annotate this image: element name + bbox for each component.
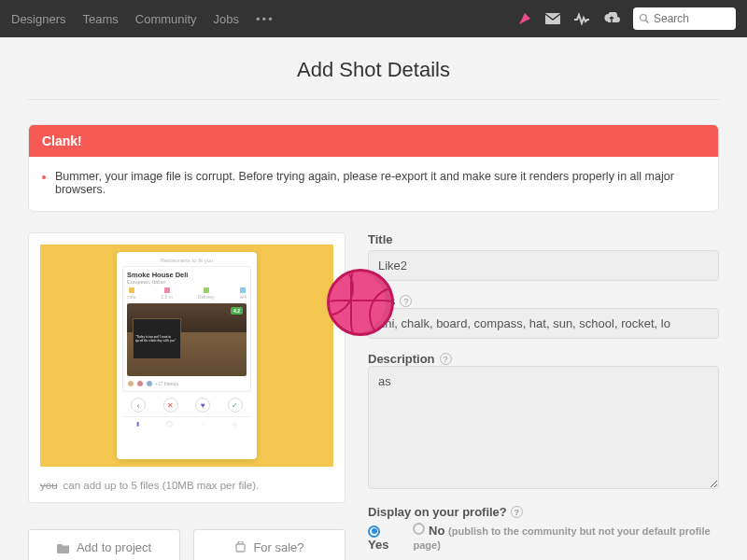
search-box[interactable]	[633, 7, 736, 30]
add-to-project-button[interactable]: Add to project	[28, 529, 180, 560]
svg-point-1	[641, 15, 647, 21]
display-no-radio[interactable]: No (publish to the community but not you…	[413, 523, 719, 552]
nav-designers[interactable]: Designers	[11, 12, 66, 26]
error-alert: Clank! Bummer, your image file is corrup…	[28, 124, 719, 212]
preview-image: Restaurants to fit you Smoke House Deli …	[40, 245, 333, 467]
alert-heading: Clank!	[29, 125, 718, 157]
mock-card-sub: European, Italian	[127, 279, 247, 285]
description-label: Description	[368, 352, 435, 366]
divider	[28, 99, 719, 100]
top-nav: Designers Teams Community Jobs •••	[0, 0, 747, 37]
title-label: Title	[368, 232, 719, 246]
profile-display-label: Display on your profile?	[368, 505, 507, 519]
page-title: Add Shot Details	[28, 37, 719, 99]
tags-input[interactable]	[368, 308, 719, 339]
nav-more[interactable]: •••	[256, 12, 275, 26]
search-input[interactable]	[654, 12, 730, 25]
search-icon	[639, 13, 650, 24]
upload-note: you can add up to 5 files (10MB max per …	[40, 480, 333, 491]
svg-line-2	[646, 21, 649, 23]
svg-rect-0	[545, 13, 560, 24]
nav-teams[interactable]: Teams	[83, 12, 119, 26]
activity-icon[interactable]	[573, 12, 590, 25]
svg-rect-3	[236, 544, 245, 552]
help-icon[interactable]: ?	[400, 295, 412, 307]
chalkboard: "Today is fun and I want to spend the wh…	[133, 318, 181, 359]
alert-message: Bummer, your image file is corrupt. Befo…	[55, 170, 701, 196]
folder-icon	[57, 542, 70, 553]
cart-icon	[234, 541, 247, 553]
dribbble-ball-icon	[327, 269, 394, 336]
rating-badge: 4.2	[231, 307, 243, 315]
for-sale-button[interactable]: For sale?	[193, 529, 345, 560]
help-icon[interactable]: ?	[511, 506, 523, 518]
brand-icon[interactable]	[517, 11, 532, 26]
mock-card-title: Smoke House Deli	[127, 271, 247, 279]
nav-jobs[interactable]: Jobs	[214, 12, 239, 26]
display-yes-radio[interactable]: Yes	[368, 523, 402, 552]
shot-preview[interactable]: Restaurants to fit you Smoke House Deli …	[28, 232, 345, 503]
title-input[interactable]	[368, 250, 719, 281]
upload-icon[interactable]	[603, 12, 620, 25]
nav-community[interactable]: Community	[135, 12, 197, 26]
mock-header: Restaurants to fit you	[122, 258, 251, 263]
help-icon[interactable]: ?	[440, 353, 452, 365]
mail-icon[interactable]	[545, 12, 560, 25]
description-input[interactable]	[368, 366, 719, 489]
